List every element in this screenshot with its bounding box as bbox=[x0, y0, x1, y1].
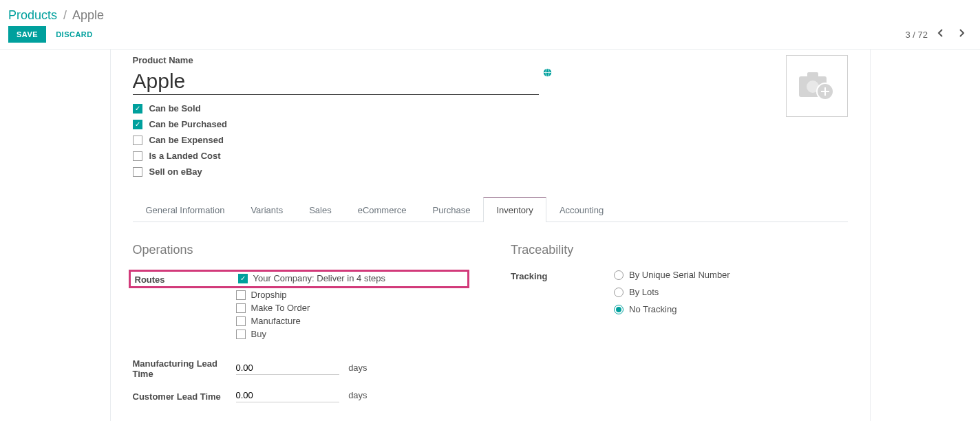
tab-accounting[interactable]: Accounting bbox=[546, 197, 617, 222]
breadcrumb-separator: / bbox=[63, 8, 67, 22]
cust-lead-input[interactable] bbox=[236, 389, 339, 402]
route-dropship-checkbox[interactable] bbox=[236, 290, 246, 300]
tracking-label: Tracking bbox=[511, 270, 614, 281]
routes-highlight: Routes ✓ Your Company: Deliver in 4 step… bbox=[129, 270, 470, 288]
can-be-sold-checkbox[interactable]: ✓ bbox=[133, 104, 142, 114]
route-manufacture-checkbox[interactable] bbox=[236, 316, 246, 326]
chevron-left-icon bbox=[937, 28, 944, 38]
svg-rect-4 bbox=[807, 72, 818, 78]
sell-on-ebay-checkbox[interactable] bbox=[133, 167, 142, 177]
tracking-none-label: No Tracking bbox=[629, 304, 677, 314]
mfg-lead-input[interactable] bbox=[236, 361, 339, 375]
tab-general-information[interactable]: General Information bbox=[133, 197, 238, 222]
route-dropship-label: Dropship bbox=[251, 290, 287, 300]
cust-lead-unit: days bbox=[348, 390, 367, 400]
mfg-lead-label: Manufacturing Lead Time bbox=[133, 357, 236, 379]
chevron-right-icon bbox=[958, 28, 965, 38]
tabs: General Information Variants Sales eComm… bbox=[133, 197, 848, 222]
route-deliver-label: Your Company: Deliver in 4 steps bbox=[253, 273, 385, 283]
pager-position: 3 / 72 bbox=[905, 30, 928, 40]
save-button[interactable]: SAVE bbox=[8, 26, 46, 43]
tab-sales[interactable]: Sales bbox=[296, 197, 345, 222]
cust-lead-label: Customer Lead Time bbox=[133, 390, 236, 402]
discard-button[interactable]: DISCARD bbox=[56, 30, 93, 39]
breadcrumb-current: Apple bbox=[72, 8, 104, 22]
can-be-sold-label: Can be Sold bbox=[149, 103, 201, 114]
can-be-expensed-label: Can be Expensed bbox=[149, 135, 224, 145]
breadcrumb: Products / Apple bbox=[8, 6, 969, 23]
tab-inventory[interactable]: Inventory bbox=[483, 197, 546, 222]
can-be-purchased-checkbox[interactable]: ✓ bbox=[133, 120, 142, 129]
tracking-lots-radio[interactable] bbox=[614, 288, 624, 297]
product-name-label: Product Name bbox=[133, 55, 768, 65]
mfg-lead-unit: days bbox=[348, 363, 367, 373]
product-name-input[interactable] bbox=[133, 68, 539, 95]
can-be-expensed-checkbox[interactable] bbox=[133, 136, 142, 145]
route-make-to-order-label: Make To Order bbox=[251, 303, 310, 313]
can-be-purchased-label: Can be Purchased bbox=[149, 119, 227, 129]
tracking-none-radio[interactable] bbox=[614, 305, 624, 314]
route-deliver-checkbox[interactable]: ✓ bbox=[238, 274, 248, 283]
tracking-serial-radio[interactable] bbox=[614, 270, 624, 280]
pager-next-button[interactable] bbox=[954, 25, 969, 43]
tab-variants[interactable]: Variants bbox=[237, 197, 296, 222]
globe-icon[interactable] bbox=[543, 68, 552, 95]
product-image-upload[interactable] bbox=[786, 55, 848, 117]
tracking-serial-label: By Unique Serial Number bbox=[629, 270, 730, 280]
is-landed-cost-checkbox[interactable] bbox=[133, 151, 142, 161]
breadcrumb-root[interactable]: Products bbox=[8, 8, 57, 22]
camera-placeholder-icon bbox=[798, 71, 836, 101]
is-landed-cost-label: Is a Landed Cost bbox=[149, 151, 221, 161]
route-manufacture-label: Manufacture bbox=[251, 316, 301, 326]
operations-title: Operations bbox=[133, 243, 470, 257]
routes-label: Routes bbox=[135, 273, 238, 285]
traceability-title: Traceability bbox=[511, 243, 848, 257]
route-make-to-order-checkbox[interactable] bbox=[236, 303, 246, 313]
route-buy-label: Buy bbox=[251, 329, 266, 339]
route-buy-checkbox[interactable] bbox=[236, 330, 246, 339]
tab-ecommerce[interactable]: eCommerce bbox=[345, 197, 420, 222]
tab-purchase[interactable]: Purchase bbox=[419, 197, 483, 222]
tracking-lots-label: By Lots bbox=[629, 287, 659, 297]
pager-prev-button[interactable] bbox=[933, 25, 948, 43]
sell-on-ebay-label: Sell on eBay bbox=[149, 166, 202, 177]
